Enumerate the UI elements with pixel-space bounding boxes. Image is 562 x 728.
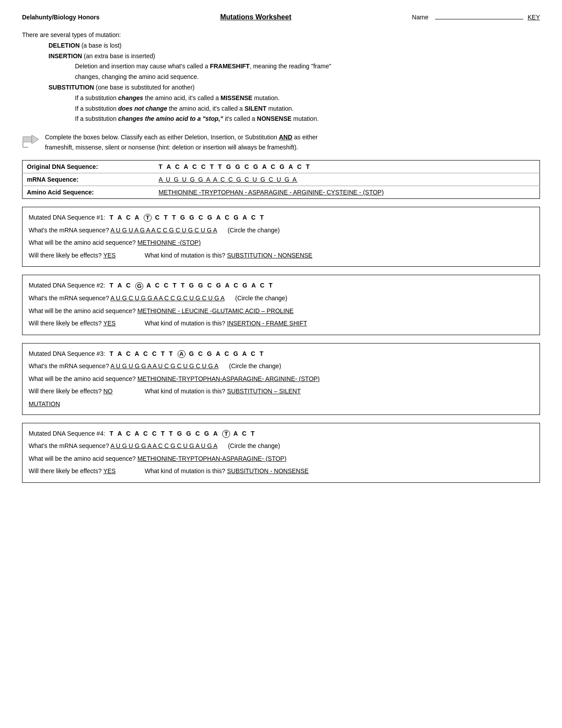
insertion-line: INSERTION (an extra base is inserted) — [48, 51, 540, 62]
sub1-line: If a substitution changes the amino acid… — [75, 93, 540, 104]
amino-value-4: METHIONINE-TRYPTOPHAN-ASPARAGINE- (STOP) — [138, 455, 287, 462]
mutation-label-3: Mutated DNA Sequence #3: — [29, 350, 105, 357]
mrna-value: A U G U G G A A C C G C U G C U G A — [154, 173, 540, 186]
mutation-label-2: Mutated DNA Sequence #2: — [29, 282, 105, 289]
mrna-line-1: What's the mRNA sequence? A U G U A G A … — [29, 224, 533, 236]
circled-base-1: T — [144, 214, 152, 222]
svg-marker-1 — [32, 135, 39, 144]
amino-value-3: METHIONINE-TRYPTOPHAN-ASPARAGINE- ARGINI… — [138, 375, 320, 382]
amino-line-1: What will be the amino acid sequence? ME… — [29, 237, 533, 249]
effects-line-2: Will there likely be effects? YES What k… — [29, 317, 533, 329]
kind-value-4: SUBSITUTION - NONSENSE — [227, 467, 309, 474]
mrna-value-4: A U G U G G A A C C G C U G A U G A — [111, 442, 218, 449]
arrow-section: Complete the boxes below. Classify each … — [22, 132, 540, 152]
mutation-box-1: Mutated DNA Sequence #1:T A C A T C T T … — [22, 207, 540, 267]
effects-value-1: YES — [103, 250, 134, 261]
mutation-label-1: Mutated DNA Sequence #1: — [29, 214, 105, 221]
key-label: KEY — [528, 14, 540, 21]
original-dna-value: T A C A C C T T G G C G A C G A C T — [154, 160, 540, 173]
effects-line-1: Will there likely be effects? YES What k… — [29, 250, 533, 261]
arrow-icon — [22, 133, 40, 150]
name-label: Name — [412, 14, 428, 21]
kind-value-1: SUBSTITUTION - NONSENSE — [227, 252, 313, 259]
mutation-dna-line-2: Mutated DNA Sequence #2:T A C G A C C T … — [29, 280, 533, 291]
deletion-line: DELETION (a base is lost) — [48, 41, 540, 51]
mrna-value-1: A U G U A G A A C C G C U G C U G A — [111, 227, 217, 234]
effects-value-2: YES — [103, 317, 134, 329]
intro-section: There are several types of mutation: DEL… — [22, 30, 540, 124]
substitution-line: SUBSTITUTION (one base is substituted fo… — [48, 82, 540, 93]
extra-line-3: MUTATION — [29, 398, 533, 410]
mrna-line-3: What's the mRNA sequence? A U G U G G A … — [29, 360, 533, 372]
page-title: Mutations Worksheet — [220, 13, 291, 21]
original-dna-label: Original DNA Sequence: — [22, 160, 154, 173]
effects-line-3: Will there likely be effects? NO What ki… — [29, 385, 533, 397]
amino-row: Amino Acid Sequence: METHIONINE -TRYPTOP… — [22, 186, 540, 198]
effects-value-3: NO — [103, 385, 134, 397]
mrna-label: mRNA Sequence: — [22, 173, 154, 186]
effects-value-4: YES — [103, 465, 134, 477]
mutation-box-3: Mutated DNA Sequence #3:T A C A C C T T … — [22, 343, 540, 415]
mutation-dna-line-4: Mutated DNA Sequence #4:T A C A C C T T … — [29, 428, 533, 440]
effects-line-4: Will there likely be effects? YES What k… — [29, 465, 533, 477]
original-dna-row: Original DNA Sequence: T A C A C C T T G… — [22, 160, 540, 173]
name-line — [435, 19, 523, 19]
frameshift-line1: Deletion and insertion may cause what's … — [75, 61, 540, 72]
circled-base-3: A — [178, 350, 186, 358]
mrna-line-4: What's the mRNA sequence? A U G U G G A … — [29, 440, 533, 452]
header-right: Name KEY — [412, 14, 540, 21]
original-table: Original DNA Sequence: T A C A C C T T G… — [22, 160, 540, 199]
page-header: Delahunty/Biology Honors Mutations Works… — [22, 13, 540, 21]
sub2-line: If a substitution does not change the am… — [75, 104, 540, 114]
kind-value-2: INSERTION - FRAME SHIFT — [227, 320, 307, 327]
mutation-boxes-container: Mutated DNA Sequence #1:T A C A T C T T … — [22, 207, 540, 483]
header-left: Delahunty/Biology Honors — [22, 14, 100, 21]
mrna-row: mRNA Sequence: A U G U G G A A C C G C U… — [22, 173, 540, 186]
mutation-dna-line-1: Mutated DNA Sequence #1:T A C A T C T T … — [29, 212, 533, 224]
amino-value-2: METHIONINE - LEUCINE -GLUTAMIC ACID – PR… — [138, 307, 294, 314]
sub3-line: If a substitution changes the amino acid… — [75, 114, 540, 124]
kind-value-3: SUBSTITUTION – SILENT — [227, 388, 301, 395]
mutation-label-4: Mutated DNA Sequence #4: — [29, 430, 105, 437]
svg-rect-0 — [23, 137, 32, 142]
amino-value: METHIONINE -TRYPTOPHAN - ASPARAGINE - AR… — [154, 186, 540, 198]
mutation-box-2: Mutated DNA Sequence #2:T A C G A C C T … — [22, 275, 540, 335]
amino-line-3: What will be the amino acid sequence? ME… — [29, 373, 533, 385]
intro-line1: There are several types of mutation: — [22, 30, 540, 41]
mrna-value-3: A U G U G G A A U C G C U G C U G A — [111, 362, 219, 370]
mrna-value-2: A U G C U G G A A C C G C U G C U G A — [111, 295, 225, 302]
frameshift-line2: changes, changing the amino acid sequenc… — [75, 72, 540, 82]
mutation-dna-line-3: Mutated DNA Sequence #3:T A C A C C T T … — [29, 348, 533, 360]
mutation-box-4: Mutated DNA Sequence #4:T A C A C C T T … — [22, 423, 540, 483]
circled-base-2: G — [135, 282, 143, 290]
amino-label: Amino Acid Sequence: — [22, 186, 154, 198]
arrow-text: Complete the boxes below. Classify each … — [45, 132, 318, 152]
amino-value-1: METHIONINE -(STOP) — [138, 239, 201, 246]
amino-line-4: What will be the amino acid sequence? ME… — [29, 453, 533, 465]
amino-line-2: What will be the amino acid sequence? ME… — [29, 305, 533, 317]
circled-base-4: T — [222, 430, 230, 438]
mrna-line-2: What's the mRNA sequence? A U G C U G G … — [29, 292, 533, 304]
